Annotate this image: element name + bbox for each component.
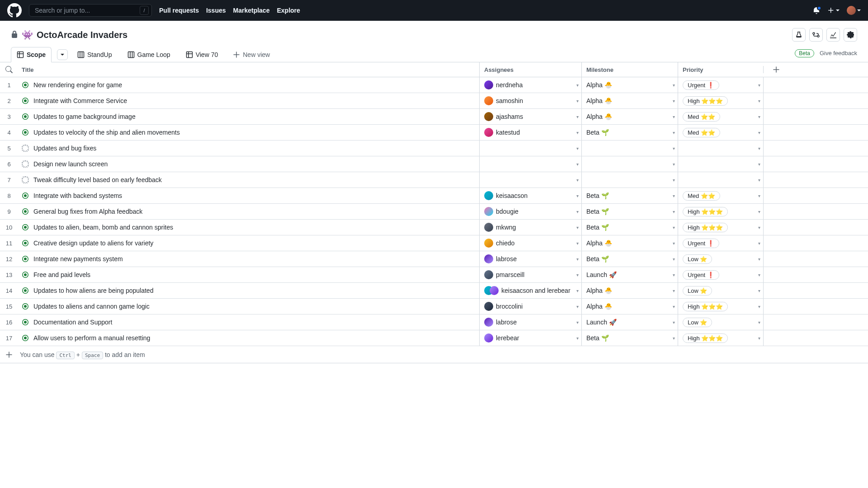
title-cell[interactable]: Updates and bug fixes [18,141,479,156]
milestone-cell[interactable]: Alpha 🐣▾ [581,109,678,124]
priority-cell[interactable]: ▾ [678,156,763,172]
assignee-cell[interactable]: ajashams▾ [479,109,581,124]
milestone-cell[interactable]: Alpha 🐣▾ [581,77,678,93]
milestone-cell[interactable]: ▾ [581,156,678,172]
cell-dropdown-icon[interactable]: ▾ [758,257,760,262]
nav-pull-requests[interactable]: Pull requests [159,7,199,14]
cell-dropdown-icon[interactable]: ▾ [673,178,675,183]
priority-cell[interactable]: Urgent ❗▾ [678,77,763,93]
title-cell[interactable]: New rendering engine for game [18,77,479,93]
create-new-dropdown[interactable] [827,7,840,14]
cell-dropdown-icon[interactable]: ▾ [576,336,579,341]
cell-dropdown-icon[interactable]: ▾ [758,178,760,183]
table-row[interactable]: 8Integrate with backend systemskeisaacso… [0,188,868,204]
title-cell[interactable]: Design new launch screen [18,156,479,172]
title-cell[interactable]: Documentation and Support [18,314,479,330]
table-row[interactable]: 6Design new launch screen▾▾▾ [0,156,868,172]
cell-dropdown-icon[interactable]: ▾ [673,162,675,167]
column-header-title[interactable]: Title [18,62,479,77]
title-cell[interactable]: Tweak difficulty level based on early fe… [18,172,479,188]
tab-view-70[interactable]: View 70 [180,47,224,62]
project-title[interactable]: OctoArcade Invaders [37,30,127,40]
priority-cell[interactable]: High ⭐⭐⭐▾ [678,204,763,219]
cell-dropdown-icon[interactable]: ▾ [758,272,760,277]
column-header-milestone[interactable]: Milestone [581,62,678,77]
insights-button[interactable] [826,28,840,42]
milestone-cell[interactable]: Beta 🌱▾ [581,330,678,346]
tab-scope[interactable]: Scope [11,47,52,62]
assignee-cell[interactable]: ▾ [479,172,581,188]
cell-dropdown-icon[interactable]: ▾ [576,178,579,183]
milestone-cell[interactable]: ▾ [581,172,678,188]
cell-dropdown-icon[interactable]: ▾ [758,193,760,198]
title-cell[interactable]: Updates to aliens and cannon game logic [18,299,479,314]
cell-dropdown-icon[interactable]: ▾ [673,225,675,230]
table-row[interactable]: 11Creative design update to aliens for v… [0,235,868,251]
title-cell[interactable]: Free and paid levels [18,267,479,282]
new-view-button[interactable]: New view [227,47,275,62]
priority-cell[interactable]: Med ⭐⭐▾ [678,188,763,203]
settings-button[interactable] [844,28,857,42]
cell-dropdown-icon[interactable]: ▾ [673,241,675,246]
title-cell[interactable]: Creative design update to aliens for var… [18,235,479,251]
column-header-priority[interactable]: Priority [678,62,763,77]
assignee-cell[interactable]: katestud▾ [479,125,581,140]
column-header-assignees[interactable]: Assignees [479,62,581,77]
cell-dropdown-icon[interactable]: ▾ [758,146,760,151]
cell-dropdown-icon[interactable]: ▾ [576,209,579,214]
assignee-cell[interactable]: broccolini▾ [479,299,581,314]
cell-dropdown-icon[interactable]: ▾ [576,257,579,262]
assignee-cell[interactable]: ▾ [479,156,581,172]
cell-dropdown-icon[interactable]: ▾ [576,304,579,309]
cell-dropdown-icon[interactable]: ▾ [673,209,675,214]
priority-cell[interactable]: Urgent ❗▾ [678,235,763,251]
assignee-cell[interactable]: chiedo▾ [479,235,581,251]
title-cell[interactable]: Integrate with backend systems [18,188,479,203]
cell-dropdown-icon[interactable]: ▾ [576,288,579,293]
cell-dropdown-icon[interactable]: ▾ [673,99,675,103]
table-row[interactable]: 1New rendering engine for gamenerdneha▾A… [0,77,868,93]
assignee-cell[interactable]: pmarsceill▾ [479,267,581,282]
add-item-plus-icon[interactable] [4,349,14,360]
assignee-cell[interactable]: ▾ [479,141,581,156]
assignee-cell[interactable]: labrose▾ [479,251,581,267]
milestone-cell[interactable]: Alpha 🐣▾ [581,93,678,108]
cell-dropdown-icon[interactable]: ▾ [673,304,675,309]
global-search-input[interactable]: Search or jump to... / [29,4,152,17]
priority-cell[interactable]: ▾ [678,172,763,188]
milestone-cell[interactable]: Launch 🚀▾ [581,314,678,330]
cell-dropdown-icon[interactable]: ▾ [758,130,760,135]
cell-dropdown-icon[interactable]: ▾ [758,114,760,119]
milestone-cell[interactable]: Beta 🌱▾ [581,220,678,235]
table-row[interactable]: 13Free and paid levelspmarsceill▾Launch … [0,267,868,283]
table-row[interactable]: 16Documentation and Supportlabrose▾Launc… [0,314,868,330]
nav-marketplace[interactable]: Marketplace [233,7,270,14]
priority-cell[interactable]: Urgent ❗▾ [678,267,763,282]
tab-game-loop[interactable]: Game Loop [122,47,176,62]
milestone-cell[interactable]: ▾ [581,141,678,156]
cell-dropdown-icon[interactable]: ▾ [758,288,760,293]
cell-dropdown-icon[interactable]: ▾ [576,146,579,151]
priority-cell[interactable]: Med ⭐⭐▾ [678,125,763,140]
beaker-button[interactable] [792,28,806,42]
table-row[interactable]: 17Allow users to perform a manual resett… [0,330,868,346]
title-cell[interactable]: Updates to velocity of the ship and alie… [18,125,479,140]
milestone-cell[interactable]: Beta 🌱▾ [581,188,678,203]
priority-cell[interactable]: High ⭐⭐⭐▾ [678,93,763,108]
table-row[interactable]: 3Updates to game background imageajasham… [0,109,868,125]
assignee-cell[interactable]: nerdneha▾ [479,77,581,93]
notifications-button[interactable] [813,7,820,14]
title-cell[interactable]: Updates to alien, beam, bomb and cannon … [18,220,479,235]
omnibar[interactable]: You can use Ctrl + Space to add an item [0,346,868,363]
cell-dropdown-icon[interactable]: ▾ [758,209,760,214]
table-row[interactable]: 10Updates to alien, beam, bomb and canno… [0,220,868,235]
milestone-cell[interactable]: Launch 🚀▾ [581,267,678,282]
cell-dropdown-icon[interactable]: ▾ [673,114,675,119]
cell-dropdown-icon[interactable]: ▾ [758,241,760,246]
milestone-cell[interactable]: Beta 🌱▾ [581,125,678,140]
cell-dropdown-icon[interactable]: ▾ [576,193,579,198]
title-cell[interactable]: Updates to how aliens are being populate… [18,283,479,298]
cell-dropdown-icon[interactable]: ▾ [576,162,579,167]
milestone-cell[interactable]: Beta 🌱▾ [581,204,678,219]
cell-dropdown-icon[interactable]: ▾ [673,83,675,88]
